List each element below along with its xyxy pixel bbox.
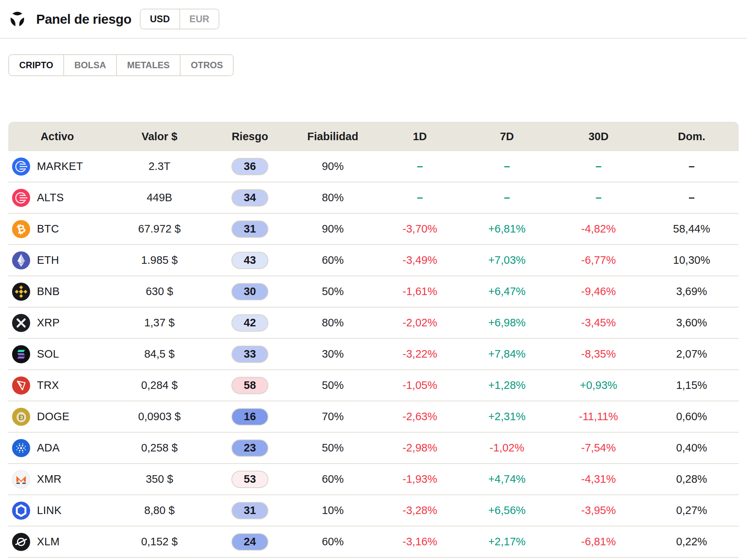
risk-badge: 43 [231,252,268,269]
table-row-alts[interactable]: ALTS449B3480%–––– [8,182,739,214]
dominance-value: – [644,160,739,173]
change-30d: -4,82% [553,223,644,235]
asset-value: 2.3T [106,160,213,173]
change-7d: +2,17% [461,536,553,548]
column-header-7d: 7D [461,130,553,143]
column-header-fiabilidad: Fiabilidad [287,130,378,143]
tab-otros[interactable]: OTROS [180,55,233,75]
link-icon [12,502,30,520]
dominance-value: 3,69% [644,285,739,298]
table-row-trx[interactable]: TRX0,284 $5850%-1,05%+1,28%+0,93%1,15% [8,370,739,401]
risk-badge: 58 [231,377,268,394]
currency-eur-button[interactable]: EUR [179,9,219,29]
change-1d: -3,49% [378,254,461,266]
asset-value: 0,152 $ [106,536,213,548]
btc-icon: ₿ [12,220,30,238]
asset-value: 0,0903 $ [106,410,213,423]
change-7d: +6,81% [461,223,553,235]
sol-icon [12,345,30,363]
asset-name: MARKET [37,160,83,173]
change-30d: -6,81% [553,536,644,548]
market-icon [12,158,30,176]
change-7d: +4,74% [461,473,553,485]
asset-value: 84,5 $ [106,348,213,360]
change-1d: -3,28% [378,504,461,517]
app-header: Panel de riesgo USDEUR [0,0,747,39]
change-1d: -1,05% [378,379,461,392]
xlm-icon [12,533,30,551]
table-row-btc[interactable]: ₿BTC67.972 $3190%-3,70%+6,81%-4,82%58,44… [8,214,739,245]
trx-icon [12,376,30,395]
column-header-dom: Dom. [644,130,739,143]
change-30d: -3,45% [553,317,644,329]
asset-value: 0,284 $ [106,379,213,392]
change-1d: -2,98% [378,442,461,454]
asset-name: ADA [37,442,60,454]
table-row-link[interactable]: LINK8,80 $3110%-3,28%+6,56%-3,95%0,27% [8,495,739,526]
table-row-xlm[interactable]: XLM0,152 $2460%-3,16%+2,17%-6,81%0,22% [8,526,739,558]
table-row-xrp[interactable]: XRP1,37 $4280%-2,02%+6,98%-3,45%3,60% [8,308,739,339]
reliability-value: 10% [287,504,378,517]
asset-name: SOL [37,348,59,360]
asset-name: TRX [37,379,59,392]
change-1d: – [378,160,461,173]
table-row-xmr[interactable]: XMR350 $5360%-1,93%+4,74%-4,31%0,28% [8,464,739,495]
asset-name: DOGE [37,410,69,423]
table-row-eth[interactable]: ETH1.985 $4360%-3,49%+7,03%-6,77%10,30% [8,245,739,276]
table-row-doge[interactable]: ÐDOGE0,0903 $1670%-2,63%+2,31%-11,11%0,6… [8,401,739,433]
table-row-sol[interactable]: SOL84,5 $3330%-3,22%+7,84%-8,35%2,07% [8,339,739,370]
tab-cripto[interactable]: CRIPTO [9,55,63,75]
asset-name: XMR [37,473,61,485]
dominance-value: – [644,191,739,204]
tab-metales[interactable]: METALES [116,55,180,75]
currency-usd-button[interactable]: USD [141,9,179,29]
asset-name: XLM [37,536,60,548]
dominance-value: 1,15% [644,379,739,392]
change-30d: – [553,191,644,204]
change-7d: +6,47% [461,285,553,298]
asset-value: 449B [106,191,213,204]
dominance-value: 0,27% [644,504,739,517]
table-row-market[interactable]: MARKET2.3T3690%–––– [8,151,739,182]
column-header-riesgo: Riesgo [213,130,287,143]
asset-value: 350 $ [106,473,213,485]
reliability-value: 50% [287,379,378,392]
asset-name: ETH [37,254,59,266]
change-30d: -4,31% [553,473,644,485]
column-header-1d: 1D [378,130,461,143]
dominance-value: 10,30% [644,254,739,266]
reliability-value: 50% [287,285,378,298]
change-7d: – [461,160,553,173]
xrp-icon [12,314,30,332]
column-header-30d: 30D [553,130,644,143]
change-7d: +7,03% [461,254,553,266]
risk-badge: 30 [231,283,268,300]
risk-badge: 31 [231,502,268,519]
table-row-ada[interactable]: ADA0,258 $2350%-2,98%-1,02%-7,54%0,40% [8,433,739,464]
change-1d: – [378,191,461,204]
asset-value: 1,37 $ [106,317,213,329]
change-7d: +1,28% [461,379,553,392]
svg-text:₿: ₿ [15,222,27,236]
risk-badge: 23 [231,439,268,457]
change-7d: – [461,191,553,204]
bnb-icon [12,283,30,301]
dominance-value: 3,60% [644,317,739,329]
dominance-value: 0,22% [644,536,739,548]
column-header-valor: Valor $ [106,130,213,143]
risk-badge: 31 [231,220,268,238]
asset-name: BTC [37,223,59,235]
table-row-bnb[interactable]: BNB630 $3050%-1,61%+6,47%-9,46%3,69% [8,276,739,308]
risk-badge: 24 [231,533,268,551]
change-1d: -2,63% [378,410,461,423]
reliability-value: 90% [287,160,378,173]
ada-icon [12,439,30,457]
reliability-value: 90% [287,223,378,235]
risk-badge: 36 [231,158,268,175]
risk-badge: 16 [231,408,268,425]
risk-badge: 42 [231,314,268,332]
change-30d: -11,11% [553,410,644,423]
dominance-value: 0,28% [644,473,739,485]
eth-icon [12,251,30,269]
tab-bolsa[interactable]: BOLSA [63,55,116,75]
